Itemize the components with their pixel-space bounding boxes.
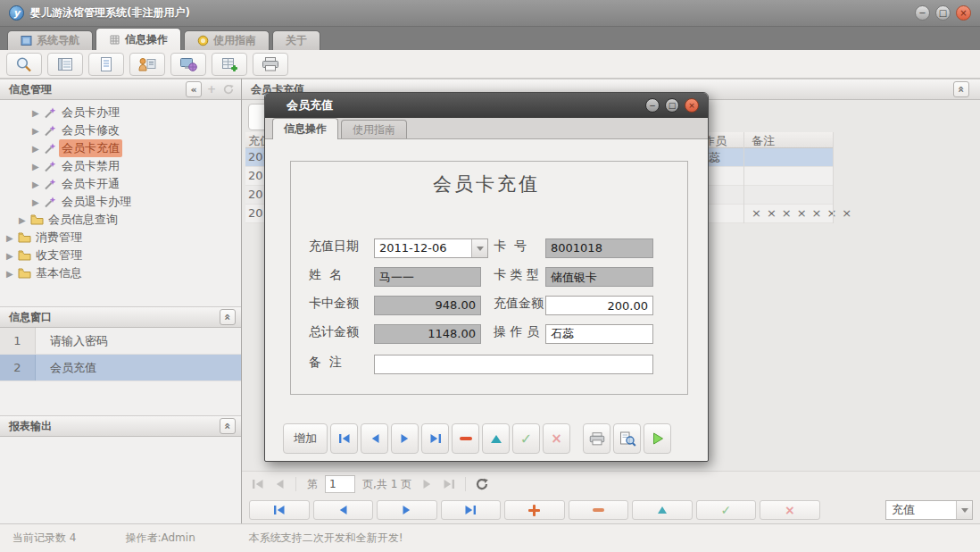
tree-item-label[interactable]: 消费管理 bbox=[33, 229, 85, 247]
execute-button[interactable] bbox=[644, 423, 671, 454]
tree-item-label[interactable]: 基本信息 bbox=[33, 264, 85, 282]
prev-record-button[interactable] bbox=[361, 423, 388, 454]
col-remark[interactable]: 备注 bbox=[752, 133, 775, 149]
expand-arrow-icon[interactable]: ▶ bbox=[6, 233, 18, 243]
expand-arrow-icon[interactable]: ▶ bbox=[32, 126, 44, 136]
tree-item[interactable]: ▶ 消费管理 bbox=[0, 229, 241, 247]
nav-last-button[interactable] bbox=[441, 500, 502, 520]
page-number-input[interactable] bbox=[325, 475, 355, 493]
printer-icon bbox=[588, 431, 606, 447]
page-next-button[interactable] bbox=[419, 475, 436, 493]
info-window-row[interactable]: 1 请输入密码 bbox=[0, 328, 241, 355]
tree-item-label[interactable]: 会员卡修改 bbox=[59, 121, 122, 139]
dialog-close-button[interactable]: × bbox=[685, 98, 699, 113]
tree-item-label[interactable]: 会员信息查询 bbox=[46, 211, 120, 229]
page-last-button[interactable] bbox=[440, 475, 458, 493]
expand-arrow-icon[interactable]: ▶ bbox=[32, 180, 44, 189]
operator-label: 操 作 员 bbox=[494, 324, 539, 340]
tab-about[interactable]: 关于 bbox=[272, 30, 320, 50]
grid-icon bbox=[109, 34, 120, 46]
maximize-button[interactable]: □ bbox=[935, 5, 951, 21]
minimize-button[interactable]: − bbox=[915, 5, 930, 21]
collapse-up-button[interactable]: « bbox=[953, 81, 969, 97]
nav-delete-button[interactable] bbox=[569, 500, 629, 520]
tree-item-label[interactable]: 会员卡开通 bbox=[59, 175, 122, 193]
status-bar: 当前记录数 4 操作者:Admin 本系统支持二次开发和全新开发! bbox=[0, 523, 980, 552]
page-refresh-button[interactable] bbox=[473, 475, 491, 493]
row-label[interactable]: 请输入密码 bbox=[36, 333, 108, 349]
tab-info-operation[interactable]: 信息操作 bbox=[96, 28, 181, 50]
page-prev-button[interactable] bbox=[270, 475, 288, 493]
tree-item-label[interactable]: 收支管理 bbox=[33, 247, 85, 264]
document-button[interactable] bbox=[88, 53, 124, 76]
tree-item[interactable]: ▶ 会员卡修改 bbox=[0, 121, 241, 139]
page-first-button[interactable] bbox=[249, 475, 267, 493]
first-record-button[interactable] bbox=[330, 423, 358, 454]
dialog-maximize-button[interactable]: □ bbox=[665, 98, 679, 113]
combo-dropdown-button[interactable] bbox=[956, 501, 972, 519]
expand-arrow-icon[interactable]: ▶ bbox=[6, 269, 18, 279]
print-preview-button[interactable] bbox=[613, 423, 641, 454]
info-window-row[interactable]: 2 会员充值 bbox=[0, 355, 241, 381]
tree-item-label[interactable]: 会员卡禁用 bbox=[59, 157, 122, 175]
tree-item[interactable]: ▶ 会员卡办理 bbox=[0, 104, 241, 121]
expand-arrow-icon[interactable]: ▶ bbox=[32, 144, 44, 154]
tab-system-nav[interactable]: 系统导航 bbox=[7, 30, 93, 50]
search-button[interactable] bbox=[6, 53, 42, 76]
nav-edit-button[interactable] bbox=[632, 500, 693, 520]
collapse-left-button[interactable]: « bbox=[186, 81, 202, 97]
edit-record-button[interactable] bbox=[482, 423, 510, 454]
tree-item[interactable]: ▶ 会员退卡办理 bbox=[0, 193, 241, 211]
page-suffix: 页,共 1 页 bbox=[362, 477, 411, 492]
print-button[interactable] bbox=[583, 423, 610, 454]
post-record-button[interactable]: ✓ bbox=[512, 423, 540, 454]
nav-insert-button[interactable] bbox=[504, 500, 565, 520]
next-record-button[interactable] bbox=[391, 423, 419, 454]
member-report-button[interactable] bbox=[129, 53, 165, 76]
expand-arrow-icon[interactable]: ▶ bbox=[32, 197, 44, 207]
remark-input[interactable] bbox=[374, 355, 653, 374]
last-record-button[interactable] bbox=[421, 423, 449, 454]
tree-item-label[interactable]: 会员卡充值 bbox=[59, 139, 122, 157]
expand-arrow-icon[interactable]: ▶ bbox=[6, 251, 18, 261]
dialog-minimize-button[interactable]: − bbox=[645, 98, 660, 113]
date-dropdown-button[interactable] bbox=[471, 239, 487, 257]
nav-post-button[interactable]: ✓ bbox=[696, 500, 757, 520]
cancel-record-button[interactable]: × bbox=[543, 423, 570, 454]
monitor-button[interactable] bbox=[170, 53, 206, 76]
nav-prev-button[interactable] bbox=[313, 500, 374, 520]
tree-item[interactable]: ▶ 会员卡禁用 bbox=[0, 157, 241, 175]
tree-item[interactable]: ▶ 会员卡充值 bbox=[0, 139, 241, 157]
row-label[interactable]: 会员充值 bbox=[36, 360, 96, 376]
action-combobox[interactable]: 充值 bbox=[885, 500, 973, 520]
tab-user-guide[interactable]: 使用指南 bbox=[184, 30, 270, 50]
report-title: 报表输出 bbox=[9, 419, 52, 434]
operator-input[interactable] bbox=[545, 324, 653, 344]
collapse-up-button[interactable]: « bbox=[220, 418, 236, 434]
expand-arrow-icon[interactable]: ▶ bbox=[32, 108, 44, 118]
data-add-button[interactable] bbox=[212, 53, 247, 76]
dialog-titlebar[interactable]: 会员充值 − □ × bbox=[265, 93, 708, 118]
expand-arrow-icon[interactable]: ▶ bbox=[19, 215, 30, 225]
tree-item[interactable]: ▶ 收支管理 bbox=[0, 247, 241, 264]
delete-record-button[interactable] bbox=[452, 423, 479, 454]
tree-item-label[interactable]: 会员卡办理 bbox=[59, 104, 122, 121]
tree-item[interactable]: ▶ 会员信息查询 bbox=[0, 211, 241, 229]
wand-icon bbox=[44, 143, 59, 155]
tree-item[interactable]: ▶ 会员卡开通 bbox=[0, 175, 241, 193]
nav-next-button[interactable] bbox=[377, 500, 437, 520]
date-combobox[interactable]: 2011-12-06 bbox=[374, 238, 488, 258]
form-view-button[interactable] bbox=[47, 53, 83, 76]
nav-cancel-button[interactable]: × bbox=[760, 500, 820, 520]
collapse-up-button[interactable]: « bbox=[220, 309, 236, 325]
add-button[interactable]: 增加 bbox=[283, 423, 328, 454]
dialog-tab-user-guide[interactable]: 使用指南 bbox=[341, 120, 407, 138]
amount-input[interactable] bbox=[545, 296, 653, 315]
dialog-tab-info-operation[interactable]: 信息操作 bbox=[272, 118, 338, 139]
nav-first-button[interactable] bbox=[249, 500, 310, 520]
close-button[interactable]: × bbox=[956, 5, 971, 21]
tree-item-label[interactable]: 会员退卡办理 bbox=[59, 193, 134, 211]
expand-arrow-icon[interactable]: ▶ bbox=[32, 162, 44, 171]
print-button[interactable] bbox=[253, 53, 288, 76]
tree-item[interactable]: ▶ 基本信息 bbox=[0, 264, 241, 282]
